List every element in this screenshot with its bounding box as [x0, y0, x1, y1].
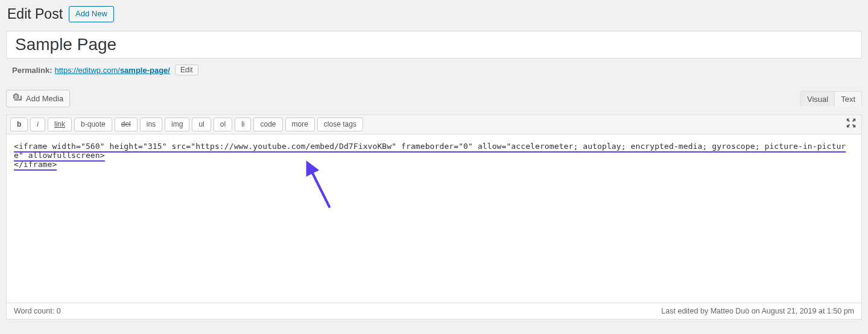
permalink-base: https://editwp.com/	[54, 66, 119, 75]
header-row: Edit Post Add New	[6, 6, 862, 22]
quicktags-toolbar: b i link b-quote del ins img ul ol li co…	[6, 115, 862, 134]
media-tabs-row: Add Media Visual Text	[6, 90, 862, 107]
add-media-button[interactable]: Add Media	[6, 90, 70, 107]
editor-textarea[interactable]: <iframe width="560" height="315" src="ht…	[6, 134, 862, 303]
add-new-button[interactable]: Add New	[69, 6, 114, 22]
qt-link-button[interactable]: link	[48, 118, 72, 131]
word-count: Word count: 0	[14, 307, 61, 315]
media-icon	[13, 93, 22, 104]
qt-more-button[interactable]: more	[285, 118, 315, 131]
word-count-label: Word count:	[14, 307, 54, 315]
editor-content-line1: <iframe width="560" height="315" src="ht…	[14, 142, 846, 162]
editor-content-line2: </iframe>	[14, 160, 57, 171]
qt-ul-button[interactable]: ul	[192, 118, 211, 131]
tab-text[interactable]: Text	[834, 91, 862, 107]
editor-tabs: Visual Text	[800, 91, 862, 106]
page-title: Edit Post	[7, 6, 63, 22]
annotation-arrow-icon	[302, 160, 338, 214]
status-bar: Word count: 0 Last edited by Matteo Duò …	[6, 303, 862, 320]
qt-ins-button[interactable]: ins	[140, 118, 162, 131]
permalink-slug: sample-page/	[120, 66, 170, 75]
expand-icon[interactable]	[846, 118, 857, 131]
tab-visual[interactable]: Visual	[800, 91, 834, 106]
qt-img-button[interactable]: img	[165, 118, 189, 131]
qt-closetags-button[interactable]: close tags	[317, 118, 363, 131]
qt-bquote-button[interactable]: b-quote	[74, 118, 112, 131]
svg-line-0	[309, 167, 329, 207]
word-count-value: 0	[57, 307, 61, 315]
add-media-label: Add Media	[26, 94, 63, 103]
permalink-label: Permalink:	[12, 66, 52, 75]
last-edited: Last edited by Matteo Duò on August 21, …	[661, 307, 854, 315]
qt-li-button[interactable]: li	[235, 118, 251, 131]
qt-del-button[interactable]: del	[115, 118, 138, 131]
qt-bold-button[interactable]: b	[10, 118, 28, 131]
permalink-row: Permalink: https://editwp.com/sample-pag…	[6, 65, 862, 75]
qt-code-button[interactable]: code	[253, 118, 282, 131]
post-title-input[interactable]	[6, 31, 862, 58]
qt-ol-button[interactable]: ol	[214, 118, 232, 131]
permalink-link[interactable]: https://editwp.com/sample-page/	[54, 66, 169, 75]
qt-italic-button[interactable]: i	[30, 118, 45, 131]
edit-permalink-button[interactable]: Edit	[175, 65, 198, 75]
